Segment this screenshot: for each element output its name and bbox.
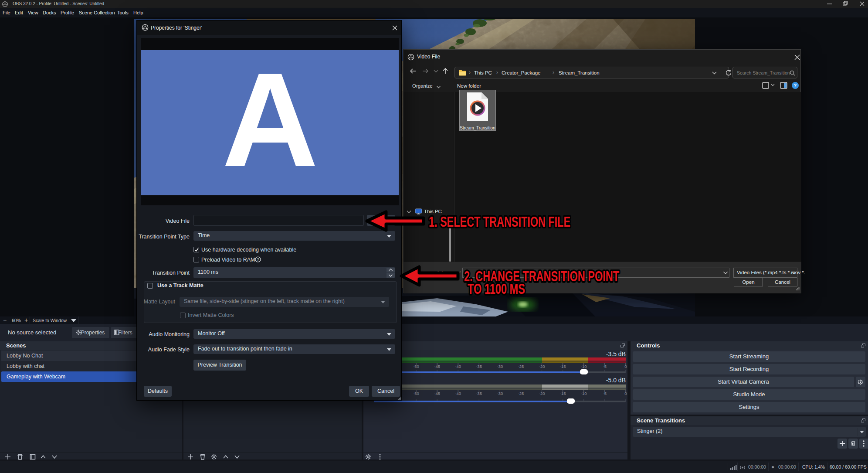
svg-text:1. SELECT TRANSITION FILE: 1. SELECT TRANSITION FILE: [429, 214, 570, 230]
svg-text:TO 1100 MS: TO 1100 MS: [468, 281, 525, 297]
